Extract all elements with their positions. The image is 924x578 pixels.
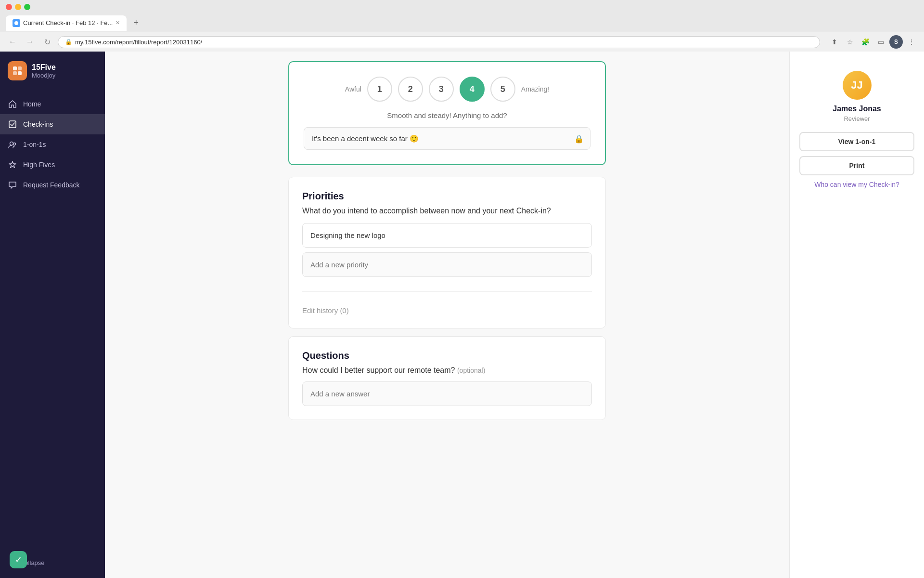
logo-subtitle: Moodjoy — [32, 72, 56, 79]
share-icon[interactable]: ⬆ — [828, 35, 841, 49]
url-text: my.15five.com/report/fillout/report/1200… — [75, 39, 202, 46]
check-badge[interactable]: ✓ — [10, 551, 27, 568]
logo-title: 15Five — [32, 63, 56, 72]
rating-btn-2[interactable]: 2 — [398, 77, 423, 102]
sidebar-item-1on1s-label: 1-on-1s — [23, 141, 46, 148]
print-button[interactable]: Print — [799, 156, 914, 175]
browser-profile-icon[interactable]: S — [889, 35, 903, 49]
question-text-1: How could I better support our remote te… — [302, 366, 592, 375]
reload-button[interactable]: ↻ — [40, 35, 54, 49]
question-optional-label: (optional) — [457, 367, 485, 374]
edit-history: Edit history (0) — [302, 302, 592, 315]
highfives-icon — [8, 160, 17, 170]
svg-point-6 — [10, 142, 13, 145]
sidebar-item-home-label: Home — [23, 100, 41, 108]
reviewer-role: Reviewer — [799, 115, 914, 122]
svg-rect-1 — [13, 66, 17, 70]
sidebar-toggle-icon[interactable]: ▭ — [874, 35, 887, 49]
rating-input[interactable] — [304, 127, 590, 150]
svg-rect-5 — [9, 121, 16, 128]
sidebar-item-feedback-label: Request Feedback — [23, 181, 80, 189]
amazing-label: Amazing! — [521, 85, 549, 93]
rating-btn-5[interactable]: 5 — [490, 77, 515, 102]
answer-input-1[interactable] — [302, 381, 592, 406]
reviewer-avatar: JJ — [843, 71, 872, 100]
right-sidebar: JJ James Jonas Reviewer View 1-on-1 Prin… — [789, 52, 924, 578]
1on1-icon — [8, 140, 17, 149]
who-can-view-link[interactable]: Who can view my Check-in? — [814, 181, 899, 188]
tab-title: Current Check-in · Feb 12 · Fe... — [23, 19, 113, 26]
reviewer-name: James Jonas — [799, 105, 914, 113]
sidebar-item-checkins[interactable]: Check-ins — [0, 114, 105, 134]
menu-icon[interactable]: ⋮ — [905, 35, 918, 49]
forward-button[interactable]: → — [23, 35, 37, 49]
svg-rect-2 — [18, 66, 22, 70]
priority-input-1[interactable] — [302, 223, 592, 248]
view-1on1-button[interactable]: View 1-on-1 — [799, 132, 914, 151]
checkins-icon — [8, 119, 17, 129]
close-dot[interactable] — [6, 4, 12, 10]
tab-close-button[interactable]: ✕ — [116, 20, 120, 26]
svg-rect-3 — [13, 71, 17, 75]
new-tab-button[interactable]: + — [128, 14, 143, 32]
rating-btn-4[interactable]: 4 — [460, 77, 485, 102]
extensions-icon[interactable]: 🧩 — [859, 35, 872, 49]
sidebar-nav: Home Check-ins 1-on-1s High Fives — [0, 90, 105, 547]
questions-title: Questions — [302, 350, 592, 361]
sidebar-item-checkins-label: Check-ins — [23, 120, 53, 128]
minimize-dot[interactable] — [15, 4, 21, 10]
rating-btn-3[interactable]: 3 — [429, 77, 454, 102]
questions-section: Questions How could I better support our… — [288, 336, 606, 420]
bookmark-icon[interactable]: ☆ — [843, 35, 857, 49]
sidebar-item-highfives[interactable]: High Fives — [0, 155, 105, 175]
tab-favicon-icon — [13, 19, 20, 27]
awful-label: Awful — [345, 85, 361, 93]
sidebar-item-home[interactable]: Home — [0, 94, 105, 114]
sidebar-item-highfives-label: High Fives — [23, 161, 55, 169]
back-button[interactable]: ← — [6, 35, 19, 49]
browser-tab[interactable]: Current Check-in · Feb 12 · Fe... ✕ — [6, 15, 127, 31]
rating-subtitle: Smooth and steady! Anything to add? — [304, 111, 590, 119]
feedback-icon — [8, 180, 17, 190]
priorities-section: Priorities What do you intend to accompl… — [288, 177, 606, 328]
content-area: Awful 1 2 3 4 5 Amazing! Smooth and stea… — [105, 52, 789, 578]
lock-icon: 🔒 — [65, 39, 72, 45]
home-icon — [8, 99, 17, 109]
sidebar-item-requestfeedback[interactable]: Request Feedback — [0, 175, 105, 195]
edit-history-count: (0) — [340, 306, 348, 315]
maximize-dot[interactable] — [24, 4, 30, 10]
sidebar: 15Five Moodjoy Home Check-ins — [0, 52, 105, 578]
rating-btn-1[interactable]: 1 — [367, 77, 392, 102]
priorities-question: What do you intend to accomplish between… — [302, 207, 592, 215]
lock-icon: 🔒 — [574, 134, 584, 143]
app-logo: 15Five Moodjoy — [0, 52, 105, 90]
priorities-title: Priorities — [302, 191, 592, 202]
edit-history-label: Edit history — [302, 306, 338, 315]
logo-icon — [8, 61, 27, 80]
rating-scale: Awful 1 2 3 4 5 Amazing! — [304, 77, 590, 102]
reviewer-section: JJ James Jonas Reviewer View 1-on-1 Prin… — [799, 61, 914, 198]
priority-input-2[interactable] — [302, 252, 592, 277]
svg-rect-4 — [18, 71, 22, 75]
rating-card: Awful 1 2 3 4 5 Amazing! Smooth and stea… — [288, 61, 606, 165]
address-bar[interactable]: 🔒 my.15five.com/report/fillout/report/12… — [58, 36, 820, 48]
svg-point-0 — [14, 21, 18, 25]
main-content: Awful 1 2 3 4 5 Amazing! Smooth and stea… — [105, 52, 924, 578]
sidebar-item-1on1s[interactable]: 1-on-1s — [0, 134, 105, 155]
rating-input-wrap: 🔒 — [304, 127, 590, 150]
svg-point-7 — [13, 143, 16, 145]
